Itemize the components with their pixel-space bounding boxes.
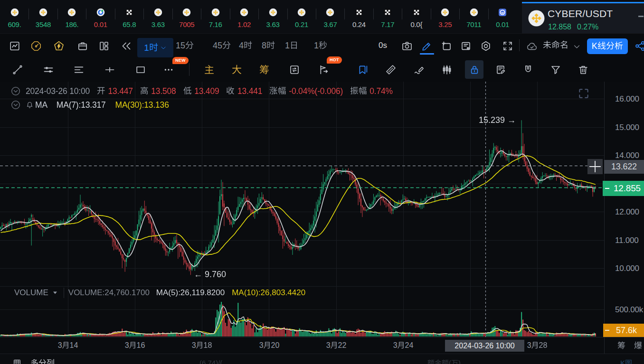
timeframe-dropdown[interactable]: 1 bbox=[137, 38, 173, 57]
replay-icon[interactable] bbox=[121, 40, 132, 52]
watchlist-item[interactable]: 0.24 bbox=[344, 0, 373, 33]
high-annotation: 15.239 → bbox=[479, 115, 516, 125]
watchlist-item[interactable]: 3.63 bbox=[143, 0, 172, 33]
pattern-icon[interactable] bbox=[441, 64, 453, 75]
magnet-icon[interactable] bbox=[522, 64, 534, 75]
freehand-draw-icon[interactable] bbox=[413, 64, 425, 75]
flash-bolt-icon[interactable] bbox=[53, 40, 65, 52]
watchlist-item[interactable]: 7.16 bbox=[201, 0, 230, 33]
notes-edit-icon[interactable] bbox=[495, 64, 506, 75]
watchlist-item[interactable]: 7011 bbox=[459, 0, 488, 33]
timeframe-2[interactable]: 45 bbox=[213, 41, 231, 51]
pie-coin-icon bbox=[96, 8, 105, 17]
alert-bell-icon[interactable] bbox=[26, 101, 34, 109]
watchlist-price: 3.25 bbox=[431, 20, 460, 28]
fib-lines-tool-icon[interactable] bbox=[43, 64, 54, 75]
watchlist-item[interactable]: 65.8 bbox=[115, 0, 144, 33]
workspace-chevron-icon[interactable] bbox=[573, 43, 581, 51]
toolbar-divider bbox=[519, 39, 520, 51]
pane-expand-icon[interactable] bbox=[578, 87, 590, 100]
trendline-tool-icon[interactable] bbox=[12, 64, 23, 75]
ma-title: MA bbox=[35, 100, 47, 110]
watchlist-item[interactable]: 186. bbox=[57, 0, 86, 33]
layout-icon[interactable] bbox=[98, 40, 110, 52]
timeframe-3[interactable]: 4 bbox=[239, 41, 252, 51]
delay-indicator: 0s bbox=[379, 41, 387, 50]
multi-column-label[interactable] bbox=[30, 359, 55, 364]
chart-side-button[interactable] bbox=[634, 341, 642, 351]
watchlist-item[interactable]: 0.21 bbox=[287, 0, 316, 33]
screenshot-camera-icon[interactable] bbox=[401, 40, 413, 52]
timeframe-1[interactable]: 15 bbox=[176, 41, 194, 51]
volume-ma5: MA(5):26,119.8200 bbox=[156, 288, 225, 298]
hot-badge: HOT bbox=[327, 56, 342, 64]
compare-icon[interactable] bbox=[289, 64, 300, 75]
watchlist-item[interactable]: 0.0{ bbox=[402, 0, 431, 33]
watchlist-price: 65.8 bbox=[115, 20, 144, 28]
filter-funnel-icon[interactable] bbox=[550, 64, 561, 75]
symbol-price: 12.858 bbox=[548, 23, 571, 31]
indicator-tab-3[interactable] bbox=[259, 64, 269, 75]
watchlist-item[interactable]: 3.63 bbox=[258, 0, 287, 33]
checker-coin-icon bbox=[383, 8, 392, 17]
time-tick: 322 bbox=[326, 341, 347, 350]
timeframe-5[interactable]: 1 bbox=[285, 41, 298, 51]
parallel-lines-tool-icon[interactable] bbox=[73, 64, 85, 75]
delete-trash-icon[interactable] bbox=[578, 64, 589, 75]
ruler-icon[interactable] bbox=[385, 64, 397, 75]
symbol-panel[interactable]: CYBER/USDT 12.8580.27% bbox=[522, 2, 644, 33]
watchlist-item[interactable]: 0.01 bbox=[488, 0, 517, 33]
statusbar-fragment: (6.74)/( bbox=[199, 359, 222, 364]
time-axis-border bbox=[0, 337, 644, 337]
signal-flag-icon[interactable] bbox=[318, 64, 329, 75]
legend-divider bbox=[64, 288, 64, 298]
watchlist-item[interactable]: 0.01 bbox=[86, 0, 115, 33]
legend-field-label bbox=[183, 86, 192, 96]
settings-gear-icon[interactable] bbox=[480, 40, 492, 52]
workspace-label bbox=[543, 40, 568, 50]
more-tools-icon[interactable] bbox=[163, 64, 174, 75]
legend-field-value: 13.409 bbox=[194, 86, 219, 96]
kline-analysis-button[interactable]: K bbox=[587, 38, 628, 54]
cloud-save-icon[interactable] bbox=[526, 41, 538, 52]
chart-side-button[interactable] bbox=[617, 341, 625, 351]
watchlist-item[interactable]: 1.02 bbox=[230, 0, 259, 33]
collapse-icon[interactable] bbox=[10, 100, 21, 110]
watchlist-price: 0.21 bbox=[287, 20, 316, 28]
indicator-tab-2[interactable] bbox=[232, 64, 242, 75]
fullscreen-icon[interactable] bbox=[502, 40, 513, 52]
watchlist-item[interactable]: 3548 bbox=[28, 0, 57, 33]
popup-window-icon[interactable] bbox=[460, 40, 472, 52]
binance-coin-icon bbox=[211, 8, 220, 17]
timeframe-6[interactable]: 1 bbox=[314, 41, 327, 51]
legend-field: 0.74% bbox=[350, 86, 393, 96]
grid-layout-icon[interactable] bbox=[13, 359, 21, 364]
binance-coin-icon bbox=[470, 8, 478, 17]
volume-title[interactable]: VOLUME bbox=[14, 288, 48, 298]
collapse-icon[interactable] bbox=[10, 86, 21, 96]
watchlist-item[interactable]: 3.67 bbox=[316, 0, 345, 33]
rectangle-tool-icon[interactable] bbox=[135, 64, 146, 75]
time-tick: 316 bbox=[125, 341, 145, 350]
binance-coin-icon bbox=[67, 8, 76, 17]
watchlist-item[interactable]: 609. bbox=[0, 0, 29, 33]
cross-line-tool-icon[interactable] bbox=[104, 64, 115, 75]
bookmark-icon[interactable] bbox=[358, 64, 369, 75]
dashboard-gauge-icon[interactable] bbox=[30, 40, 42, 52]
checker-coin-icon bbox=[125, 8, 133, 17]
draw-pencil-icon[interactable] bbox=[421, 40, 433, 52]
watchlist-item[interactable]: 7.17 bbox=[373, 0, 402, 33]
watchlist-item[interactable]: 3.25 bbox=[431, 0, 460, 33]
watchlist-price: 7.17 bbox=[373, 20, 402, 28]
timeframe-4[interactable]: 8 bbox=[262, 41, 275, 51]
workspace-name[interactable] bbox=[543, 40, 568, 50]
chart-style-icon[interactable] bbox=[9, 40, 20, 52]
lock-drawings-button[interactable] bbox=[465, 60, 483, 79]
triangle-down-icon[interactable] bbox=[52, 290, 58, 296]
indicator-tab-1[interactable] bbox=[204, 64, 214, 75]
lock-icon bbox=[469, 64, 480, 75]
briefcase-icon[interactable] bbox=[77, 40, 88, 52]
share-icon[interactable] bbox=[635, 40, 644, 52]
watchlist-item[interactable]: 7005 bbox=[172, 0, 201, 33]
add-window-icon[interactable] bbox=[441, 40, 452, 52]
